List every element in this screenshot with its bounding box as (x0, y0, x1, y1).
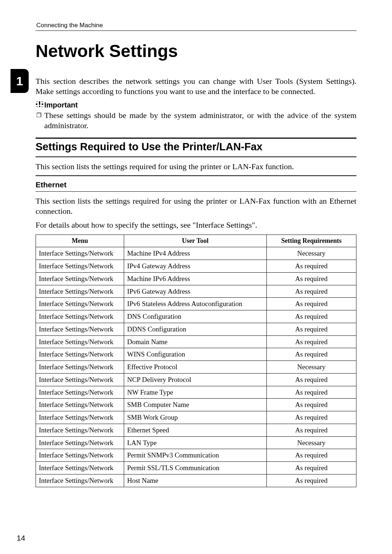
table-row: Interface Settings/NetworkDomain NameAs … (36, 335, 356, 348)
cell-user-tool: DNS Configuration (124, 310, 266, 323)
table-row: Interface Settings/NetworkDNS Configurat… (36, 310, 356, 323)
cell-menu: Interface Settings/Network (36, 373, 124, 386)
cell-requirement: As required (266, 386, 356, 399)
cell-menu: Interface Settings/Network (36, 436, 124, 449)
cell-menu: Interface Settings/Network (36, 260, 124, 273)
cell-user-tool: Permit SSL/TLS Communication (124, 462, 266, 474)
cell-menu: Interface Settings/Network (36, 474, 124, 487)
cell-user-tool: Machine IPv6 Address (124, 272, 266, 285)
cell-user-tool: Machine IPv4 Address (124, 247, 266, 260)
cell-menu: Interface Settings/Network (36, 424, 124, 436)
cell-user-tool: IPv6 Stateless Address Autoconfiguration (124, 298, 266, 310)
table-row: Interface Settings/NetworkMachine IPv4 A… (36, 247, 356, 260)
important-icon (36, 100, 44, 110)
subsection-heading: Ethernet (36, 180, 356, 189)
cell-requirement: As required (266, 260, 356, 273)
table-row: Interface Settings/NetworkMachine IPv6 A… (36, 272, 356, 285)
cell-menu: Interface Settings/Network (36, 247, 124, 260)
cell-menu: Interface Settings/Network (36, 323, 124, 335)
table-row: Interface Settings/NetworkNCP Delivery P… (36, 373, 356, 386)
cell-menu: Interface Settings/Network (36, 310, 124, 323)
table-row: Interface Settings/NetworkSMB Computer N… (36, 399, 356, 411)
cell-requirement: As required (266, 449, 356, 462)
important-bullet-text: These settings should be made by the sys… (44, 110, 356, 131)
cell-menu: Interface Settings/Network (36, 386, 124, 399)
cell-requirement: As required (266, 399, 356, 411)
cell-user-tool: Permit SNMPv3 Communication (124, 449, 266, 462)
cell-requirement: As required (266, 298, 356, 310)
cell-requirement: As required (266, 272, 356, 285)
table-row: Interface Settings/NetworkLAN TypeNecess… (36, 436, 356, 449)
cell-requirement: As required (266, 462, 356, 474)
subsection-rule-bottom (36, 191, 356, 192)
table-row: Interface Settings/NetworkIPv6 Stateless… (36, 298, 356, 310)
cell-requirement: As required (266, 310, 356, 323)
cell-requirement: Necessary (266, 247, 356, 260)
cell-requirement: Necessary (266, 436, 356, 449)
intro-paragraph: This section describes the network setti… (36, 76, 356, 97)
section-heading: Settings Required to Use the Printer/LAN… (36, 141, 356, 153)
table-row: Interface Settings/NetworkSMB Work Group… (36, 411, 356, 424)
table-row: Interface Settings/NetworkDDNS Configura… (36, 323, 356, 335)
svg-rect-2 (36, 103, 37, 105)
section-intro: This section lists the settings required… (36, 162, 356, 172)
table-row: Interface Settings/NetworkHost NameAs re… (36, 474, 356, 487)
table-row: Interface Settings/NetworkEffective Prot… (36, 361, 356, 374)
table-row: Interface Settings/NetworkWINS Configura… (36, 348, 356, 361)
header-rule (36, 30, 356, 31)
cell-menu: Interface Settings/Network (36, 361, 124, 374)
page-title: Network Settings (36, 41, 356, 61)
cell-user-tool: Host Name (124, 474, 266, 487)
table-row: Interface Settings/NetworkPermit SNMPv3 … (36, 449, 356, 462)
cell-requirement: As required (266, 474, 356, 487)
cell-menu: Interface Settings/Network (36, 272, 124, 285)
table-header-menu: Menu (36, 235, 124, 247)
table-header-tool: User Tool (124, 235, 266, 247)
cell-user-tool: Ethernet Speed (124, 424, 266, 436)
table-row: Interface Settings/NetworkIPv4 Gateway A… (36, 260, 356, 273)
table-row: Interface Settings/NetworkNW Frame TypeA… (36, 386, 356, 399)
subsection-paragraph-1: This section lists the settings required… (36, 196, 356, 216)
page-body: Connecting the Machine Network Settings … (0, 0, 392, 502)
subsection-rule-top (36, 175, 356, 176)
cell-user-tool: NCP Delivery Protocol (124, 373, 266, 386)
cell-user-tool: Domain Name (124, 335, 266, 348)
cell-user-tool: DDNS Configuration (124, 323, 266, 335)
table-header-row: Menu User Tool Setting Requirements (36, 235, 356, 247)
cell-requirement: As required (266, 348, 356, 361)
cell-user-tool: Effective Protocol (124, 361, 266, 374)
svg-rect-3 (42, 103, 43, 105)
cell-menu: Interface Settings/Network (36, 285, 124, 298)
table-row: Interface Settings/NetworkIPv6 Gateway A… (36, 285, 356, 298)
cell-menu: Interface Settings/Network (36, 449, 124, 462)
cell-menu: Interface Settings/Network (36, 298, 124, 310)
cell-requirement: As required (266, 373, 356, 386)
important-label: Important (44, 101, 78, 109)
cell-requirement: As required (266, 335, 356, 348)
important-bullet: ❐ These settings should be made by the s… (36, 110, 356, 131)
section-rule-bottom (36, 156, 356, 157)
cell-requirement: As required (266, 323, 356, 335)
page-number: 14 (17, 534, 25, 542)
cell-user-tool: IPv4 Gateway Address (124, 260, 266, 273)
cell-user-tool: NW Frame Type (124, 386, 266, 399)
cell-requirement: As required (266, 424, 356, 436)
cell-user-tool: SMB Computer Name (124, 399, 266, 411)
important-callout: Important (36, 100, 356, 110)
cell-menu: Interface Settings/Network (36, 348, 124, 361)
cell-user-tool: LAN Type (124, 436, 266, 449)
svg-point-1 (39, 106, 40, 107)
svg-rect-0 (39, 101, 40, 105)
subsection-paragraph-2: For details about how to specify the set… (36, 220, 356, 230)
bullet-icon: ❐ (36, 110, 41, 121)
cell-menu: Interface Settings/Network (36, 462, 124, 474)
cell-requirement: As required (266, 411, 356, 424)
table-row: Interface Settings/NetworkEthernet Speed… (36, 424, 356, 436)
cell-user-tool: SMB Work Group (124, 411, 266, 424)
cell-requirement: Necessary (266, 361, 356, 374)
cell-user-tool: WINS Configuration (124, 348, 266, 361)
settings-table: Menu User Tool Setting Requirements Inte… (36, 235, 356, 487)
cell-menu: Interface Settings/Network (36, 399, 124, 411)
running-head: Connecting the Machine (36, 22, 356, 29)
cell-requirement: As required (266, 285, 356, 298)
